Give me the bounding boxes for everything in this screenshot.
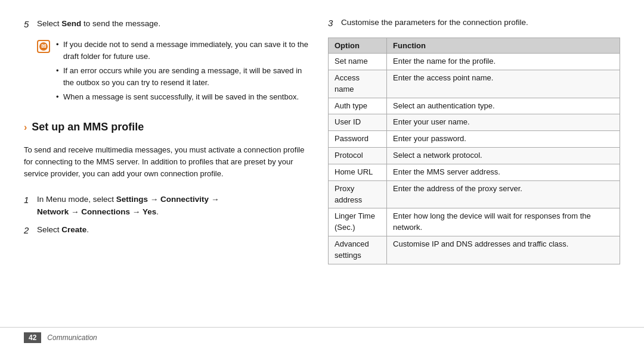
col1-header: Option <box>329 38 387 54</box>
table-row: ProtocolSelect a network protocol. <box>329 148 620 164</box>
table-cell-function: Enter your user name. <box>387 114 620 131</box>
step-1-text: In Menu mode, select Settings → Connecti… <box>37 194 219 219</box>
section-heading: › Set up an MMS profile <box>24 121 310 133</box>
chevron-icon: › <box>24 122 27 133</box>
params-table: Option Function Set nameEnter the name f… <box>328 38 620 264</box>
table-cell-option: Advanced settings <box>329 236 387 264</box>
table-cell-function: Enter the MMS server address. <box>387 164 620 180</box>
note-icon-inner: ✉ <box>39 42 48 51</box>
steps-list: 1 In Menu mode, select Settings → Connec… <box>24 194 310 238</box>
table-row: Proxy addressEnter the address of the pr… <box>329 180 620 208</box>
table-cell-option: Access name <box>329 70 387 98</box>
table-row: Home URLEnter the MMS server address. <box>329 164 620 180</box>
table-cell-function: Enter the access point name. <box>387 70 620 98</box>
step-2-text: Select Create. <box>37 224 89 236</box>
note-list: If you decide not to send a message imme… <box>56 39 310 104</box>
table-cell-function: Customise IP and DNS addresses and traff… <box>387 236 620 264</box>
table-cell-option: Linger Time (Sec.) <box>329 208 387 236</box>
table-cell-option: Protocol <box>329 148 387 164</box>
table-cell-function: Enter your password. <box>387 131 620 148</box>
note-item-1: If you decide not to send a message imme… <box>56 39 310 63</box>
step-2: 2 Select Create. <box>24 224 310 238</box>
note-text: If you decide not to send a message imme… <box>56 39 310 106</box>
table-cell-option: Home URL <box>329 164 387 180</box>
footer-category: Communication <box>47 334 97 342</box>
table-cell-function: Select a network protocol. <box>387 148 620 164</box>
left-column: 5 Select Send to send the message. ✉ If … <box>24 18 310 327</box>
page-number: 42 <box>24 332 41 343</box>
table-body: Set nameEnter the name for the profile.A… <box>329 54 620 264</box>
section-body: To send and receive multimedia messages,… <box>24 144 310 180</box>
table-cell-function: Enter the address of the proxy server. <box>387 180 620 208</box>
table-row: User IDEnter your user name. <box>329 114 620 131</box>
table-row: Advanced settingsCustomise IP and DNS ad… <box>329 236 620 264</box>
table-cell-function: Select an authentication type. <box>387 98 620 114</box>
page-footer: 42 Communication <box>0 327 644 349</box>
table-row: Auth typeSelect an authentication type. <box>329 98 620 114</box>
table-cell-option: Password <box>329 131 387 148</box>
note-icon: ✉ <box>37 40 50 53</box>
table-row: PasswordEnter your password. <box>329 131 620 148</box>
table-cell-option: Auth type <box>329 98 387 114</box>
table-cell-option: Proxy address <box>329 180 387 208</box>
step-3: 3 Customise the parameters for the conne… <box>328 18 620 28</box>
table-cell-function: Enter the name for the profile. <box>387 54 620 70</box>
step-5-text: Select Send to send the message. <box>37 18 160 30</box>
note-item-3: When a message is sent successfully, it … <box>56 91 310 103</box>
step-5-number: 5 <box>24 18 33 32</box>
table-cell-option: User ID <box>329 114 387 131</box>
table-row: Linger Time (Sec.)Enter how long the dev… <box>329 208 620 236</box>
col2-header: Function <box>387 38 620 54</box>
section-title-text: Set up an MMS profile <box>32 121 144 133</box>
note-box: ✉ If you decide not to send a message im… <box>37 39 310 106</box>
table-header-row: Option Function <box>329 38 620 54</box>
step-5: 5 Select Send to send the message. <box>24 18 310 32</box>
table-row: Set nameEnter the name for the profile. <box>329 54 620 70</box>
step-3-text: Customise the parameters for the connect… <box>341 18 528 27</box>
step-1-number: 1 <box>24 194 33 207</box>
right-column: 3 Customise the parameters for the conne… <box>328 18 620 327</box>
table-cell-function: Enter how long the device will wait for … <box>387 208 620 236</box>
step-3-number: 3 <box>328 18 338 28</box>
table-row: Access nameEnter the access point name. <box>329 70 620 98</box>
note-item-2: If an error occurs while you are sending… <box>56 65 310 89</box>
section-title: › Set up an MMS profile <box>24 121 310 133</box>
step-2-number: 2 <box>24 224 33 238</box>
step-1: 1 In Menu mode, select Settings → Connec… <box>24 194 310 219</box>
table-cell-option: Set name <box>329 54 387 70</box>
